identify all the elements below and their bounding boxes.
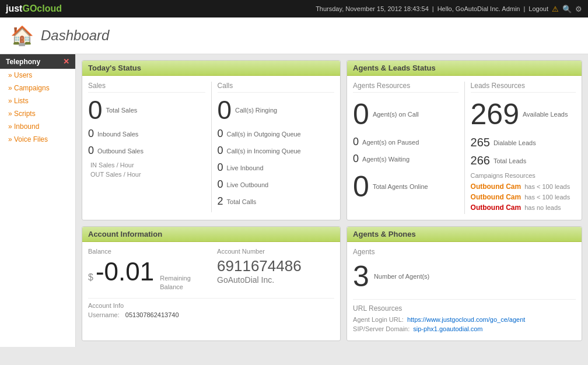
- live-outbound-row: 0 Live Outbound: [218, 178, 335, 191]
- balance-row: $ -0.01 RemainingBalance: [88, 257, 205, 292]
- sidebar-item-users[interactable]: Users: [0, 69, 75, 82]
- number-of-agents-row: 3 Number of Agent(s): [353, 259, 576, 293]
- agent-login-url-label: Agent Login URL:: [353, 316, 404, 323]
- logo: justGOcloud: [6, 3, 62, 14]
- campaigns-resources-label: Campaigns Resources: [471, 172, 576, 179]
- calls-column: Calls 0 Call(s) Ringing 0 Call(s) in Out…: [218, 82, 335, 212]
- page-title: Dashboard: [41, 27, 109, 44]
- calls-ringing-row: 0 Call(s) Ringing: [218, 97, 335, 123]
- logo-just: just: [6, 3, 22, 13]
- out-sales-hour-row: OUT Sales / Hour: [88, 171, 205, 178]
- calls-incoming-label: Call(s) in Incoming Queue: [227, 148, 301, 155]
- logout-link[interactable]: Logout: [528, 5, 548, 12]
- agents-paused-row: 0 Agent(s) on Paused: [353, 136, 458, 148]
- campaign-status-3: has no leads: [524, 204, 561, 211]
- sidebar-telephony[interactable]: Telephony ✕: [0, 54, 75, 69]
- username-value: 051307862413740: [125, 311, 179, 318]
- dashboard-row-1: Today's Status Sales 0 Total Sales 0: [82, 60, 582, 220]
- calls-outgoing-row: 0 Call(s) in Outgoing Queue: [218, 128, 335, 140]
- agents-columns: Agents Resources 0 Agent(s) on Call 0 Ag…: [353, 82, 576, 214]
- sidebar-item-lists[interactable]: Lists: [0, 94, 75, 107]
- sip-domain-value: sip-phx1.goautodial.com: [413, 325, 482, 332]
- sidebar-section-label: Telephony: [6, 58, 40, 66]
- calls-ringing-value: 0: [218, 97, 232, 123]
- in-sales-hour-label: IN Sales / Hour: [90, 162, 134, 169]
- live-outbound-label: Live Outbound: [227, 181, 269, 188]
- calls-ringing-label: Call(s) Ringing: [235, 107, 277, 114]
- agents-leads-panel: Agents & Leads Status Agents Resources 0…: [346, 60, 582, 220]
- inbound-sales-label: Inbound Sales: [97, 131, 138, 138]
- agents-waiting-label: Agent(s) Waiting: [362, 156, 410, 163]
- total-calls-value: 2: [218, 195, 223, 208]
- search-icon[interactable]: 🔍: [562, 5, 572, 13]
- agents-waiting-value: 0: [353, 153, 359, 165]
- account-info-panel: Account Information Balance $ -0.01 Rema…: [82, 226, 341, 341]
- agents-on-call-row: 0 Agent(s) on Call: [353, 97, 458, 131]
- gear-icon[interactable]: ⚙: [575, 5, 582, 13]
- account-number-label: Account Number: [217, 248, 334, 255]
- live-outbound-value: 0: [218, 178, 223, 191]
- topbar-right: Thursday, November 15, 2012 18:43:54 | H…: [316, 5, 582, 13]
- topbar: justGOcloud Thursday, November 15, 2012 …: [0, 0, 588, 17]
- agent-login-url-value: https://www.justgocloud.com/go_ce/agent: [407, 316, 525, 323]
- agents-section-label: Agents: [353, 248, 576, 256]
- campaigns-list: Outbound Cam has < 100 leads Outbound Ca…: [471, 182, 576, 212]
- outbound-sales-label: Outbound Sales: [97, 148, 144, 155]
- warning-icon: ⚠: [552, 5, 559, 13]
- available-leads-label: Available Leads: [523, 111, 568, 118]
- username-row: Username: 051307862413740: [88, 311, 334, 318]
- page-header: 🏠 Dashboard: [0, 17, 588, 54]
- total-sales-label: Total Sales: [106, 107, 137, 114]
- agents-phones-body: Agents 3 Number of Agent(s) URL Resource…: [347, 242, 582, 341]
- dashboard-row-2: Account Information Balance $ -0.01 Rema…: [82, 226, 582, 341]
- content: Today's Status Sales 0 Total Sales 0: [76, 54, 588, 347]
- dialable-leads-label: Dialable Leads: [494, 139, 536, 146]
- calls-incoming-value: 0: [218, 145, 223, 157]
- logo-cloud: cloud: [37, 3, 62, 13]
- account-info-body: Balance $ -0.01 RemainingBalance Account…: [82, 242, 340, 324]
- dialable-leads-row: 265 Dialable Leads: [471, 136, 576, 149]
- total-agents-label: Total Agents Online: [373, 183, 428, 190]
- campaign-row-1: Outbound Cam has < 100 leads: [471, 182, 576, 191]
- in-sales-hour-row: IN Sales / Hour: [88, 162, 205, 169]
- agents-divider: [464, 82, 465, 214]
- total-agents-row: 0 Total Agents Online: [353, 170, 458, 203]
- dollar-sign: $: [88, 272, 93, 283]
- status-columns: Sales 0 Total Sales 0 Inbound Sales 0: [88, 82, 334, 212]
- main-layout: Telephony ✕ Users Campaigns Lists Script…: [0, 54, 588, 347]
- live-inbound-value: 0: [218, 162, 223, 174]
- inbound-sales-row: 0 Inbound Sales: [88, 128, 205, 140]
- live-inbound-row: 0 Live Inbound: [218, 162, 335, 174]
- agents-paused-label: Agent(s) on Paused: [362, 139, 419, 146]
- outbound-sales-value: 0: [88, 145, 94, 157]
- todays-status-body: Sales 0 Total Sales 0 Inbound Sales 0: [82, 76, 340, 218]
- home-icon: 🏠: [10, 24, 34, 47]
- balance-value: -0.01: [96, 257, 154, 286]
- total-sales-row: 0 Total Sales: [88, 97, 205, 123]
- url-resources-section: URL Resources Agent Login URL: https://w…: [353, 299, 576, 332]
- available-leads-row: 269 Available Leads: [471, 97, 576, 131]
- account-info-sublabel: Account Info: [88, 298, 334, 309]
- url-resources-label: URL Resources: [353, 304, 576, 313]
- out-sales-hour-label: OUT Sales / Hour: [90, 171, 141, 178]
- inbound-sales-value: 0: [88, 128, 94, 140]
- account-number-column: Account Number 6911674486 GoAutoDial Inc…: [217, 248, 334, 285]
- agents-waiting-row: 0 Agent(s) Waiting: [353, 153, 458, 165]
- agents-leads-header: Agents & Leads Status: [347, 61, 582, 76]
- leads-resources-column: Leads Resources 269 Available Leads 265 …: [471, 82, 576, 214]
- campaign-name-3: Outbound Cam: [471, 203, 522, 212]
- sidebar-item-voice-files[interactable]: Voice Files: [0, 133, 75, 146]
- sidebar-item-scripts[interactable]: Scripts: [0, 107, 75, 120]
- number-of-agents-label: Number of Agent(s): [374, 273, 429, 280]
- sip-domain-row: SIP/Server Domain: sip-phx1.goautodial.c…: [353, 325, 576, 332]
- agents-on-call-value: 0: [353, 97, 369, 131]
- available-leads-value: 269: [471, 97, 519, 131]
- balance-column: Balance $ -0.01 RemainingBalance: [88, 248, 205, 292]
- sales-label: Sales: [88, 82, 205, 93]
- sidebar-item-inbound[interactable]: Inbound: [0, 120, 75, 133]
- number-of-agents-value: 3: [353, 259, 369, 293]
- agents-resources-column: Agents Resources 0 Agent(s) on Call 0 Ag…: [353, 82, 458, 214]
- sidebar-item-campaigns[interactable]: Campaigns: [0, 82, 75, 94]
- calls-outgoing-value: 0: [218, 128, 223, 140]
- campaign-row-3: Outbound Cam has no leads: [471, 203, 576, 212]
